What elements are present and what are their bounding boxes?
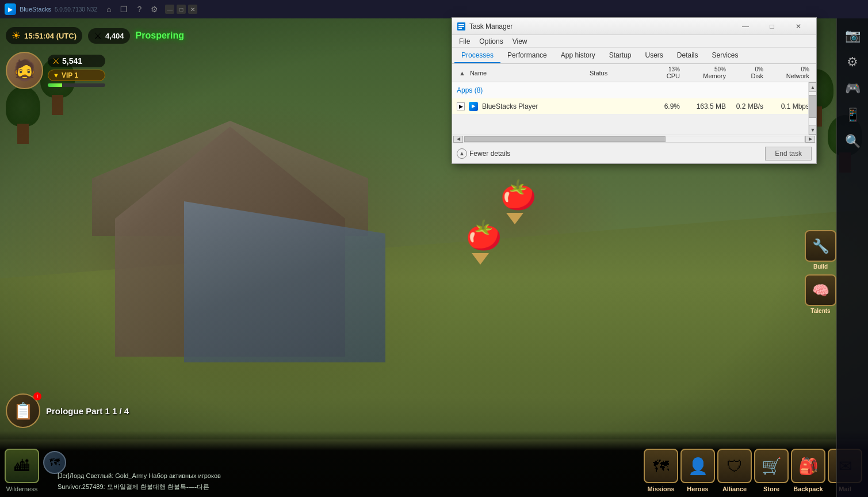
scroll-thumb[interactable] bbox=[809, 95, 816, 118]
tab-app-history[interactable]: App history bbox=[554, 48, 602, 63]
alliance-label: Alliance bbox=[722, 485, 747, 492]
col-name[interactable]: Name bbox=[468, 70, 587, 77]
help-icon[interactable]: ? bbox=[135, 3, 144, 15]
hscroll-left-button[interactable]: ◀ bbox=[453, 136, 463, 143]
minimize-button[interactable]: — bbox=[165, 5, 174, 14]
process-network: 0.1 Mbps bbox=[766, 102, 812, 110]
chat-line-2: Survivor.257489: 모바일결제 환불대행 환불특-—-다른 bbox=[58, 482, 397, 492]
build-button[interactable]: 🔧 Build bbox=[805, 230, 836, 270]
svg-rect-1 bbox=[458, 24, 464, 25]
right-sidebar: 📷 ⚙ 🎮 📱 🔍 bbox=[836, 18, 868, 497]
player-card: 🧔 ⚔ 5,541 ▼ VIP 1 bbox=[6, 52, 105, 89]
sidebar-icon-2[interactable]: ⚙ bbox=[841, 51, 864, 74]
task-manager-content: Apps (8) ▶ ▶ BlueStacks Player 6.9% 163.… bbox=[452, 82, 816, 135]
tm-maximize-button[interactable]: □ bbox=[759, 18, 785, 35]
heroes-icon: 👤 bbox=[680, 449, 715, 483]
close-button[interactable]: ✕ bbox=[188, 5, 197, 14]
time-display: 15:51:04 (UTC) bbox=[24, 32, 77, 40]
settings-icon[interactable]: ⚙ bbox=[148, 3, 160, 15]
vertical-scrollbar[interactable]: ▲ ▼ bbox=[808, 82, 816, 135]
missions-button[interactable]: 🗺 Missions bbox=[644, 449, 678, 492]
horizontal-scrollbar[interactable]: ◀ ▶ bbox=[452, 135, 816, 143]
bluestacks-logo-icon: ▶ bbox=[5, 3, 16, 15]
player-power: ⚔ 5,541 bbox=[48, 55, 105, 67]
process-memory: 163.5 MB bbox=[682, 102, 728, 110]
vip-level: VIP 1 bbox=[62, 71, 78, 79]
hscroll-right-button[interactable]: ▶ bbox=[805, 136, 815, 143]
menu-view[interactable]: View bbox=[508, 36, 532, 47]
bluestacks-logo-text: BlueStacks bbox=[20, 6, 51, 13]
svg-rect-3 bbox=[458, 28, 462, 29]
bluestacks-icon-small: ▶ bbox=[469, 102, 478, 111]
resource-value: 4,404 bbox=[105, 32, 124, 40]
home-icon[interactable]: ⌂ bbox=[104, 3, 113, 15]
task-manager-title: Task Manager bbox=[469, 22, 729, 30]
tm-minimize-button[interactable]: — bbox=[732, 18, 759, 35]
sidebar-icon-1[interactable]: 📷 bbox=[841, 24, 864, 47]
sidebar-icon-5[interactable]: 🔍 bbox=[841, 130, 864, 153]
process-cpu: 6.9% bbox=[645, 102, 682, 110]
sort-arrow[interactable]: ▲ bbox=[457, 68, 468, 78]
wilderness-button[interactable]: 🏙 Wilderness bbox=[5, 449, 39, 492]
col-cpu: 13% CPU bbox=[645, 66, 682, 79]
expand-button[interactable]: ▶ bbox=[457, 102, 465, 110]
missions-label: Missions bbox=[647, 485, 674, 492]
alliance-button[interactable]: 🛡 Alliance bbox=[717, 449, 752, 492]
resource-icon: ⚔ bbox=[94, 30, 102, 41]
heroes-button[interactable]: 👤 Heroes bbox=[680, 449, 715, 492]
map-button[interactable]: 🗺 bbox=[43, 451, 66, 474]
quest-text: Prologue Part 1 1 / 4 bbox=[46, 406, 129, 416]
tab-processes[interactable]: Processes bbox=[454, 48, 500, 63]
bluestacks-process-row[interactable]: ▶ ▶ BlueStacks Player 6.9% 163.5 MB 0.2 … bbox=[452, 98, 816, 114]
menu-options[interactable]: Options bbox=[475, 36, 507, 47]
quest-badge: ! bbox=[33, 392, 41, 400]
quest-bar[interactable]: 📋 ! Prologue Part 1 1 / 4 bbox=[6, 393, 129, 428]
tab-startup[interactable]: Startup bbox=[602, 48, 638, 63]
tab-users[interactable]: Users bbox=[638, 48, 670, 63]
scroll-up-button[interactable]: ▲ bbox=[809, 82, 816, 92]
wilderness-icon: 🏙 bbox=[5, 449, 39, 483]
hscroll-thumb[interactable] bbox=[464, 136, 666, 142]
tm-close-button[interactable]: ✕ bbox=[785, 18, 812, 35]
player-avatar[interactable]: 🧔 bbox=[6, 52, 43, 89]
task-manager-window-controls: — □ ✕ bbox=[732, 18, 812, 35]
bottom-bar: 🏙 Wilderness 🗺 [Jcr]Лорд Светлый: Gold_A… bbox=[0, 431, 868, 497]
col-status[interactable]: Status bbox=[587, 70, 645, 77]
bluestacks-topbar: ▶ BlueStacks 5.0.50.7130 N32 ⌂ ❐ ? ⚙ — □… bbox=[0, 0, 868, 18]
game-status: Prospering bbox=[136, 30, 184, 41]
sidebar-icon-4[interactable]: 📱 bbox=[841, 104, 864, 127]
fewer-details-label: Fewer details bbox=[469, 150, 510, 158]
right-game-buttons: 🔧 Build 🧠 Talents bbox=[805, 230, 836, 314]
tomato-marker-2 bbox=[460, 219, 500, 265]
map-icon: 🗺 bbox=[49, 457, 60, 469]
power-icon: ⚔ bbox=[52, 56, 60, 66]
end-task-button[interactable]: End task bbox=[765, 147, 812, 160]
quest-icon[interactable]: 📋 ! bbox=[6, 393, 40, 428]
avatar-image: 🧔 bbox=[12, 59, 37, 82]
tab-services[interactable]: Services bbox=[705, 48, 745, 63]
apps-group-label: Apps (8) bbox=[457, 86, 812, 94]
fewer-details-button[interactable]: ▲ Fewer details bbox=[457, 148, 510, 159]
tab-performance[interactable]: Performance bbox=[500, 48, 554, 63]
process-name: BlueStacks Player bbox=[482, 102, 587, 110]
bottom-chat: [Jcr]Лорд Светлый: Gold_Army Набор актив… bbox=[0, 471, 403, 492]
menu-file[interactable]: File bbox=[454, 36, 475, 47]
col-network: 0% Network bbox=[766, 66, 812, 79]
task-manager-footer: ▲ Fewer details End task bbox=[452, 143, 816, 163]
time-icon: ☀ bbox=[12, 29, 21, 42]
backpack-button[interactable]: 🎒 Backpack bbox=[791, 449, 825, 492]
window-icon[interactable]: ❐ bbox=[118, 3, 130, 15]
task-manager-tabs: Processes Performance App history Startu… bbox=[452, 48, 816, 64]
apps-group-row: Apps (8) bbox=[452, 82, 816, 98]
scroll-down-button[interactable]: ▼ bbox=[809, 125, 816, 135]
tab-details[interactable]: Details bbox=[670, 48, 705, 63]
maximize-button[interactable]: □ bbox=[177, 5, 186, 14]
bluestacks-logo: ▶ BlueStacks 5.0.50.7130 N32 bbox=[5, 3, 97, 15]
store-label: Store bbox=[763, 485, 779, 492]
talents-button[interactable]: 🧠 Talents bbox=[805, 274, 836, 314]
sidebar-icon-3[interactable]: 🎮 bbox=[841, 77, 864, 100]
store-button[interactable]: 🛒 Store bbox=[754, 449, 789, 492]
task-manager-window: Task Manager — □ ✕ File Options View Pro… bbox=[452, 17, 817, 164]
missions-icon: 🗺 bbox=[644, 449, 678, 483]
quest-icon-symbol: 📋 bbox=[13, 402, 33, 420]
